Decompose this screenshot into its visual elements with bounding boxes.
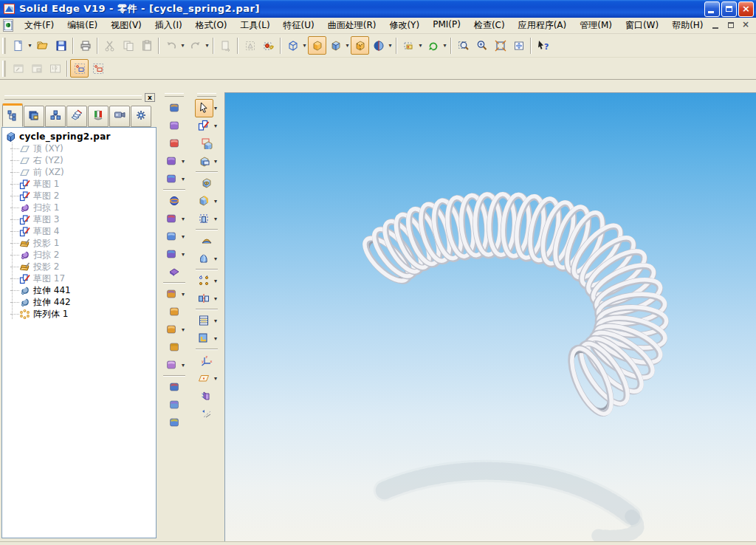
new-button[interactable]: [9, 36, 27, 55]
sketch-axis-button[interactable]: [198, 405, 216, 423]
intersection-curve-button[interactable]: [162, 285, 181, 304]
rotate-view-button[interactable]: [424, 36, 442, 55]
tree-item[interactable]: 投影 2: [5, 261, 156, 272]
round-dropdown-arrow[interactable]: ▾: [213, 198, 219, 205]
tree-root-item[interactable]: cycle_spring2.par: [5, 131, 156, 143]
pattern-button[interactable]: [195, 272, 213, 290]
view-shaded-button[interactable]: [308, 36, 326, 55]
tree-item[interactable]: 阵列体 1: [5, 308, 156, 320]
thin-wall-button[interactable]: [195, 210, 213, 228]
pan-button[interactable]: [509, 36, 528, 55]
edgebar-tab-feature-library[interactable]: [24, 106, 44, 127]
spring-model[interactable]: [225, 93, 756, 541]
curve-by-table-button[interactable]: [162, 321, 181, 339]
hide-sketch-display-button[interactable]: [89, 59, 107, 78]
curve-by-table-dropdown-arrow[interactable]: ▾: [180, 326, 187, 333]
intersection-curve-dropdown-arrow[interactable]: ▾: [180, 291, 187, 298]
revolved-surface-button[interactable]: [165, 192, 184, 210]
tree-item[interactable]: 草图 2: [5, 190, 156, 202]
menu-8[interactable]: 曲面处理(R): [321, 18, 383, 34]
menu-2[interactable]: 编辑(E): [61, 18, 104, 34]
tree-item[interactable]: 扫掠 1: [5, 202, 156, 213]
construction-model-button[interactable]: [165, 396, 184, 414]
edgebar-tab-engineering-reference[interactable]: [131, 106, 151, 127]
help-pointer-button[interactable]: ?: [534, 36, 552, 55]
reference-plane-button[interactable]: [195, 369, 213, 388]
menu-6[interactable]: 工具(L): [234, 18, 277, 34]
bluedot-button[interactable]: [165, 134, 184, 153]
tree-item[interactable]: 草图 4: [5, 225, 156, 237]
cut-button[interactable]: [100, 36, 119, 55]
thin-wall-dropdown-arrow[interactable]: ▾: [213, 216, 219, 222]
viewport[interactable]: [224, 92, 756, 541]
bounded-surface-dropdown-arrow[interactable]: ▾: [180, 158, 187, 165]
bounded-surface-button[interactable]: [162, 152, 181, 171]
select-tool-dropdown-arrow[interactable]: ▾: [213, 105, 219, 112]
menu-9[interactable]: 修改(Y): [382, 18, 426, 34]
minimize-button[interactable]: [704, 1, 720, 17]
toolbar-grip[interactable]: [165, 93, 184, 97]
menu-4[interactable]: 插入(I): [148, 18, 189, 34]
view-wireframe-button[interactable]: [284, 36, 302, 55]
common-views-dropdown-arrow[interactable]: ▾: [417, 42, 424, 49]
select-tool-button[interactable]: [195, 99, 213, 117]
trim-surface-button[interactable]: [162, 210, 181, 228]
edgebar-close-icon[interactable]: x: [145, 93, 155, 102]
tree-item[interactable]: 草图 17: [5, 272, 156, 284]
menu-1[interactable]: 文件(F): [18, 18, 61, 34]
insert-part-copy-button[interactable]: [259, 36, 278, 55]
sketch-display-button[interactable]: [70, 59, 89, 78]
part-family-button[interactable]: [195, 312, 213, 330]
zoom-button[interactable]: [472, 36, 491, 55]
mdi-minimize-button[interactable]: [710, 20, 723, 31]
lip-dropdown-arrow[interactable]: ▾: [213, 256, 219, 262]
view-visible-hidden-edges-button[interactable]: [351, 36, 369, 55]
swept-surface-button[interactable]: [165, 117, 184, 135]
split-curve-dropdown-arrow[interactable]: ▾: [180, 362, 187, 369]
edgebar-tab-sensors[interactable]: [88, 106, 109, 127]
view-shaded-edges-button[interactable]: [326, 36, 345, 55]
mdi-restore-button[interactable]: [725, 20, 738, 31]
tree-item[interactable]: 草图 1: [5, 178, 156, 190]
keypoint-curve-button[interactable]: [165, 303, 184, 321]
coordinate-system-button[interactable]: zxy: [198, 352, 216, 370]
rotate-view-dropdown-arrow[interactable]: ▾: [441, 42, 448, 49]
toolbar-grip[interactable]: [2, 38, 6, 54]
tree-item[interactable]: 拉伸 441: [5, 284, 156, 296]
reference-plane-dropdown-arrow[interactable]: ▾: [213, 375, 219, 382]
view-wireframe-dropdown-arrow[interactable]: ▾: [301, 42, 308, 49]
menu-13[interactable]: 管理(M): [573, 18, 619, 34]
hole-button[interactable]: [198, 174, 216, 193]
mirror-copy-dropdown-arrow[interactable]: ▾: [213, 295, 219, 302]
new-dropdown-arrow[interactable]: ▾: [27, 42, 33, 49]
offset-surface-button[interactable]: [162, 170, 181, 188]
menu-12[interactable]: 应用程序(A): [512, 18, 574, 34]
copy-button[interactable]: [119, 36, 137, 55]
edgebar-tab-pathfinder[interactable]: [2, 103, 23, 127]
view-render-dropdown-arrow[interactable]: ▾: [387, 42, 394, 49]
cutout-dropdown-arrow[interactable]: ▾: [213, 158, 219, 165]
redo-dropdown-arrow[interactable]: ▾: [204, 42, 210, 49]
undo-dropdown-arrow[interactable]: ▾: [179, 42, 186, 49]
menu-14[interactable]: 窗口(W): [619, 18, 665, 34]
offset-surface-dropdown-arrow[interactable]: ▾: [180, 176, 187, 182]
menu-3[interactable]: 视图(V): [104, 18, 148, 34]
save-button[interactable]: [52, 36, 70, 55]
menu-15[interactable]: 帮助(H): [665, 18, 709, 34]
view-render-button[interactable]: [369, 36, 388, 55]
toolbar-grip[interactable]: [197, 93, 216, 97]
open-button[interactable]: [33, 36, 52, 55]
extruded-surface-button[interactable]: [165, 99, 184, 117]
tree-item[interactable]: 拉伸 442: [5, 296, 156, 308]
edgebar-tab-layers[interactable]: [66, 106, 87, 127]
two-view-window-button[interactable]: 1:2: [46, 59, 64, 78]
tree-item[interactable]: 右 (YZ): [5, 154, 156, 166]
part-family-dropdown-arrow[interactable]: ▾: [213, 318, 219, 324]
sketch-dropdown-arrow[interactable]: ▾: [213, 123, 219, 129]
material-table-dropdown-arrow[interactable]: ▾: [213, 335, 219, 342]
copy-surface-button[interactable]: [162, 245, 181, 264]
edgebar-tab-feature-playback[interactable]: [109, 106, 130, 127]
web-network-button[interactable]: [198, 232, 216, 250]
menu-10[interactable]: PMI(P): [426, 18, 467, 34]
round-surface-button[interactable]: [162, 227, 181, 246]
